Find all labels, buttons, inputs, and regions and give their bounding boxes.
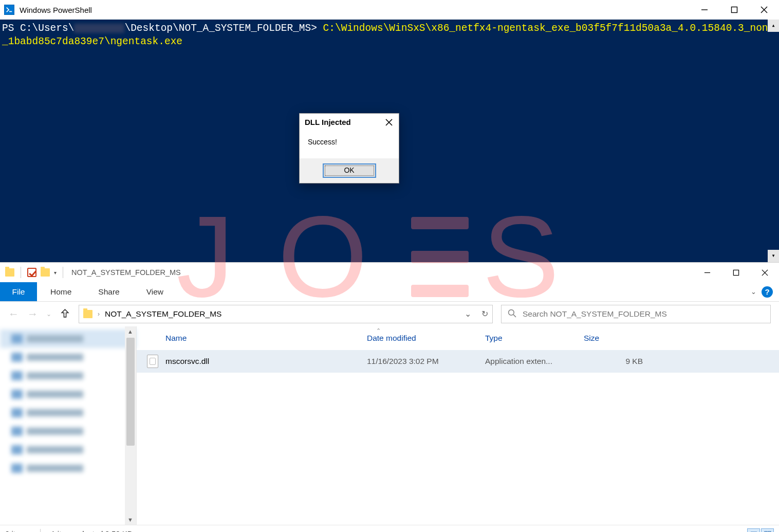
sidebar-scrollbar[interactable] (125, 326, 136, 525)
col-name[interactable]: Name (160, 334, 362, 343)
minimize-button[interactable] (690, 0, 719, 20)
dialog-message: Success! (308, 138, 337, 146)
explorer-close-button[interactable] (750, 263, 779, 282)
ribbon-home-tab[interactable]: Home (37, 282, 85, 301)
folder-icon (5, 268, 14, 277)
dialog-titlebar[interactable]: DLL Injected (300, 114, 399, 131)
prompt-path: \Desktop\NOT_A_SYSTEM_FOLDER_MS> (124, 23, 317, 34)
ribbon-share-tab[interactable]: Share (85, 282, 133, 301)
console-scroll-down[interactable]: ▾ (768, 250, 779, 262)
powershell-title: Windows PowerShell (20, 6, 92, 14)
svg-rect-7 (733, 270, 738, 275)
explorer-ribbon: File Home Share View ⌄ ? (0, 282, 779, 302)
side-item[interactable] (0, 348, 136, 366)
side-item[interactable] (0, 403, 136, 422)
ribbon-expand-icon[interactable]: ⌄ (751, 288, 756, 296)
blurred-username (74, 24, 124, 33)
nav-up-button[interactable] (60, 308, 70, 321)
messagebox-dialog: DLL Injected Success! OK (299, 113, 399, 184)
view-details-icon[interactable] (747, 528, 760, 533)
explorer-title-text: NOT_A_SYSTEM_FOLDER_MS (71, 268, 181, 277)
view-icons-icon[interactable] (761, 528, 774, 533)
status-items: 2 items (5, 529, 30, 532)
file-type: Application exten... (485, 357, 584, 366)
svg-line-11 (513, 315, 516, 317)
ribbon-file-tab[interactable]: File (0, 282, 37, 301)
explorer-sidebar[interactable] (0, 326, 137, 525)
console-scroll-up[interactable]: ▴ (768, 20, 779, 32)
file-row[interactable]: mscorsvc.dll 11/16/2023 3:02 PM Applicat… (137, 350, 779, 373)
help-icon[interactable]: ? (762, 286, 773, 298)
col-type[interactable]: Type (480, 334, 579, 343)
column-headers[interactable]: ⌃ Name Date modified Type Size (137, 326, 779, 350)
close-button[interactable] (749, 0, 779, 20)
sort-indicator-icon: ⌃ (376, 327, 381, 334)
dialog-ok-button[interactable]: OK (323, 163, 376, 178)
search-input[interactable] (523, 309, 764, 319)
qat-newfolder-icon[interactable] (41, 268, 50, 277)
addr-folder-icon (83, 310, 92, 318)
qat-menu-icon[interactable]: ▾ (54, 270, 57, 276)
explorer-titlebar[interactable]: ▾ NOT_A_SYSTEM_FOLDER_MS (0, 263, 779, 282)
dialog-title-text: DLL Injected (305, 118, 351, 126)
prompt-prefix: PS C:\Users\ (2, 23, 74, 34)
qat-properties-icon[interactable] (27, 268, 36, 277)
chevron-right-icon[interactable]: › (98, 310, 100, 318)
dialog-close-button[interactable] (381, 119, 394, 126)
explorer-statusbar: 2 items 1 item selected 8.50 KB (0, 525, 779, 532)
nav-back-button[interactable]: ← (8, 308, 19, 320)
nav-history-icon[interactable]: ⌄ (46, 310, 51, 318)
status-selected: 1 item selected 8.50 KB (51, 529, 132, 532)
search-icon (508, 309, 516, 320)
side-item[interactable] (0, 385, 136, 403)
explorer-content[interactable]: ⌃ Name Date modified Type Size mscorsvc.… (137, 326, 779, 525)
side-item[interactable] (0, 366, 136, 385)
side-item[interactable] (0, 329, 136, 348)
breadcrumb[interactable]: NOT_A_SYSTEM_FOLDER_MS (105, 309, 221, 319)
explorer-minimize-button[interactable] (693, 263, 721, 282)
powershell-titlebar[interactable]: Windows PowerShell (0, 0, 779, 20)
file-size: 9 KB (584, 357, 656, 366)
side-item[interactable] (0, 422, 136, 441)
ribbon-view-tab[interactable]: View (133, 282, 177, 301)
powershell-icon (4, 5, 14, 15)
refresh-icon[interactable]: ↻ (481, 309, 488, 319)
address-bar[interactable]: › NOT_A_SYSTEM_FOLDER_MS ⌄ ↻ (79, 305, 493, 323)
explorer-navbar: ← → ⌄ › NOT_A_SYSTEM_FOLDER_MS ⌄ ↻ (0, 302, 779, 326)
search-box[interactable] (501, 305, 771, 323)
addr-dropdown-icon[interactable]: ⌄ (465, 309, 471, 319)
explorer-window: ▾ NOT_A_SYSTEM_FOLDER_MS File Home Share… (0, 262, 779, 532)
side-item[interactable] (0, 441, 136, 459)
col-size[interactable]: Size (579, 334, 651, 343)
dialog-body: Success! (300, 131, 399, 158)
nav-forward-button[interactable]: → (27, 308, 38, 320)
dll-file-icon (147, 355, 158, 368)
svg-point-10 (509, 309, 514, 315)
explorer-maximize-button[interactable] (721, 263, 750, 282)
file-name: mscorsvc.dll (165, 357, 367, 366)
side-item[interactable] (0, 459, 136, 478)
svg-rect-1 (732, 7, 737, 13)
file-date: 11/16/2023 3:02 PM (367, 357, 485, 366)
maximize-button[interactable] (719, 0, 749, 20)
col-date[interactable]: Date modified (362, 334, 480, 343)
